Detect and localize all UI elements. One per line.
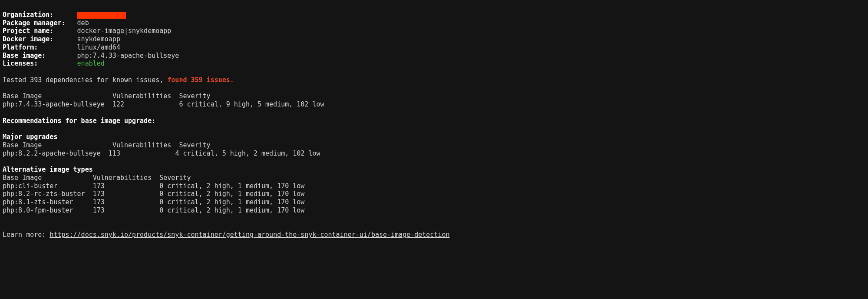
current-header-severity: Severity (179, 92, 210, 100)
major-header-image: Base Image (3, 141, 42, 149)
tested-summary-found: found 359 issues. (167, 76, 234, 84)
current-row-image: php:7.4.33-apache-bullseye (3, 100, 105, 108)
current-row-vulns: 122 (112, 100, 124, 108)
alt-row-0-image: php:cli-buster (3, 182, 57, 190)
project-name-label: Project name: (3, 27, 53, 35)
package-manager-label: Package manager: (3, 19, 66, 27)
alt-row-0-severity: 0 critical, 2 high, 1 medium, 170 low (159, 182, 304, 190)
terminal-output: Organization: Package manager: deb Proje… (0, 0, 868, 242)
major-row-image: php:8.2.2-apache-bullseye (3, 150, 101, 157)
platform-label: Platform: (3, 43, 38, 51)
base-image-label: Base image: (3, 52, 46, 60)
organization-redacted (77, 12, 126, 19)
alt-header-vulns: Vulnerabilities (93, 174, 152, 182)
docker-image-label: Docker image: (3, 35, 53, 43)
current-header-vulns: Vulnerabilities (112, 92, 171, 100)
alt-row-1-image: php:8.2-rc-zts-buster (3, 190, 85, 198)
platform-value: linux/amd64 (77, 43, 120, 51)
alt-row-3-image: php:8.0-fpm-buster (3, 206, 73, 214)
project-name-value: docker-image|snykdemoapp (77, 27, 172, 35)
licenses-value: enabled (77, 60, 105, 67)
base-image-value: php:7.4.33-apache-bullseye (77, 52, 179, 60)
alt-row-3-vulns: 173 (93, 206, 105, 214)
alt-row-1-severity: 0 critical, 2 high, 1 medium, 170 low (159, 190, 304, 198)
current-header-image: Base Image (3, 92, 42, 100)
learn-more-label: Learn more: (3, 231, 50, 239)
licenses-label: Licenses: (3, 60, 38, 67)
major-row-severity: 4 critical, 5 high, 2 medium, 102 low (175, 150, 320, 157)
package-manager-value: deb (77, 19, 89, 27)
learn-more-link[interactable]: https://docs.snyk.io/products/snyk-conta… (50, 231, 449, 239)
alt-row-2-vulns: 173 (93, 198, 105, 206)
alt-row-1-vulns: 173 (93, 190, 105, 198)
alt-row-3-severity: 0 critical, 2 high, 1 medium, 170 low (159, 206, 304, 214)
current-row-severity: 6 critical, 9 high, 5 medium, 102 low (179, 100, 324, 108)
alt-row-2-image: php:8.1-zts-buster (3, 198, 73, 206)
alternatives-heading: Alternative image types (3, 166, 93, 173)
alt-row-2-severity: 0 critical, 2 high, 1 medium, 170 low (159, 198, 304, 206)
major-upgrades-heading: Major upgrades (3, 133, 57, 141)
major-header-severity: Severity (179, 141, 210, 149)
tested-summary-prefix: Tested 393 dependencies for known issues… (3, 76, 167, 84)
recommendations-heading: Recommendations for base image upgrade: (3, 117, 155, 125)
alt-row-0-vulns: 173 (93, 182, 105, 190)
major-row-vulns: 113 (109, 150, 120, 157)
organization-label: Organization: (3, 11, 53, 19)
alt-header-image: Base Image (3, 174, 42, 182)
major-header-vulns: Vulnerabilities (112, 141, 171, 149)
alt-header-severity: Severity (159, 174, 191, 182)
docker-image-value: snykdemoapp (77, 35, 120, 43)
